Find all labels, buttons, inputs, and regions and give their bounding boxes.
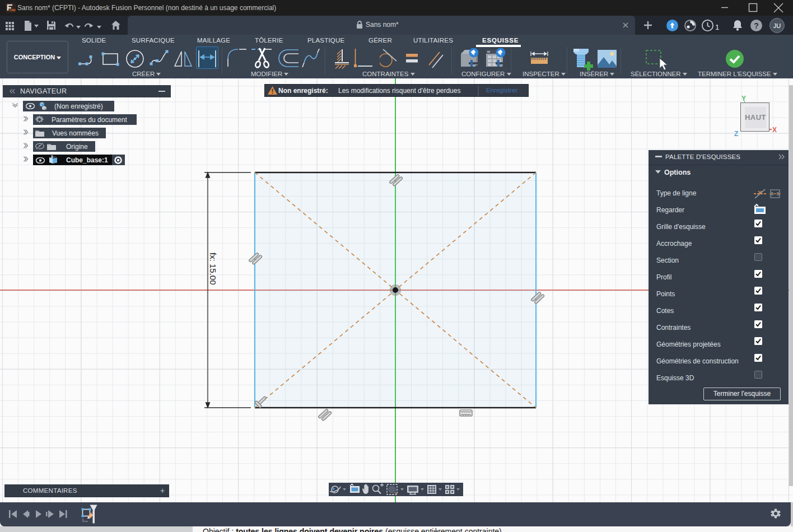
svg-text:F360: F360 [10,9,16,12]
svg-text:?: ? [754,21,759,30]
svg-text:fx: 15.00: fx: 15.00 [208,253,218,285]
